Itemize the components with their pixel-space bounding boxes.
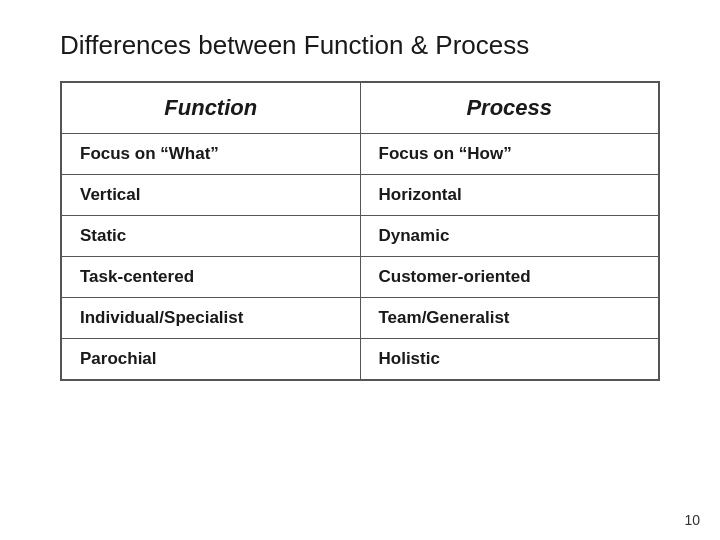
- table-cell-col1: Parochial: [61, 339, 360, 381]
- header-function: Function: [61, 82, 360, 134]
- table-cell-col1: Individual/Specialist: [61, 298, 360, 339]
- table-cell-col2: Customer-oriented: [360, 257, 659, 298]
- table-row: Individual/SpecialistTeam/Generalist: [61, 298, 659, 339]
- table-row: Task-centeredCustomer-oriented: [61, 257, 659, 298]
- header-process: Process: [360, 82, 659, 134]
- page-title: Differences between Function & Process: [60, 30, 660, 61]
- table-cell-col2: Focus on “How”: [360, 134, 659, 175]
- table-cell-col2: Dynamic: [360, 216, 659, 257]
- table-cell-col1: Focus on “What”: [61, 134, 360, 175]
- table-cell-col1: Task-centered: [61, 257, 360, 298]
- table-row: Focus on “What”Focus on “How”: [61, 134, 659, 175]
- table-cell-col2: Horizontal: [360, 175, 659, 216]
- table-cell-col2: Holistic: [360, 339, 659, 381]
- table-row: VerticalHorizontal: [61, 175, 659, 216]
- page-container: Differences between Function & Process F…: [0, 0, 720, 401]
- table-row: StaticDynamic: [61, 216, 659, 257]
- table-cell-col1: Vertical: [61, 175, 360, 216]
- table-row: ParochialHolistic: [61, 339, 659, 381]
- table-header-row: Function Process: [61, 82, 659, 134]
- table-cell-col1: Static: [61, 216, 360, 257]
- table-cell-col2: Team/Generalist: [360, 298, 659, 339]
- page-number: 10: [684, 512, 700, 528]
- comparison-table: Function Process Focus on “What”Focus on…: [60, 81, 660, 381]
